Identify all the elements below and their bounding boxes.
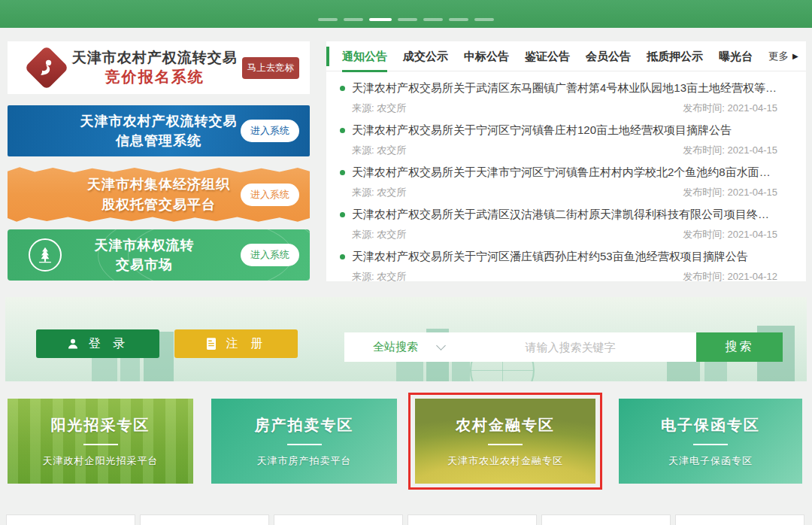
announcement-meta: 来源: 农交所 发布时间: 2021-04-12 [352,270,777,284]
bullet-dot-icon [340,170,345,175]
list-item: 天津农村产权交易所关于武清区东马圈镇广善村第4号林业队园地13亩土地经营权等4个… [340,81,777,115]
enter-info-system-button[interactable]: 进入系统 [241,120,299,142]
list-item[interactable] [274,514,403,525]
list-item: 天津农村产权交易所关于宁河区宁河镇鲁庄村120亩土地经营权项目摘牌公告 来源: … [340,123,777,157]
list-item[interactable] [541,514,671,525]
bidding-subtitle: 竞价报名系统 [68,68,242,86]
login-button[interactable]: 登 录 [36,329,159,358]
announcement-list: 天津农村产权交易所关于武清区东马圈镇广善村第4号林业队园地13亩土地经营权等4个… [326,71,806,284]
zone-card-sunshine-procurement[interactable]: 阳光招采专区 天津政村企阳光招采平台 [8,399,193,484]
carousel-banner[interactable] [0,0,812,28]
bullet-dot-icon [340,128,345,133]
register-button[interactable]: 注 册 [174,329,298,358]
announcement-link[interactable]: 天津农村产权交易所关于武清区汉沽港镇二街村原天津凯得利科技有限公司项目终结公告 [340,208,777,222]
zone-card-property-auction[interactable]: 房产拍卖专区 天津市房产拍卖平台 [211,399,397,484]
announcement-meta: 来源: 农交所 发布时间: 2021-04-15 [352,228,777,241]
divider [488,444,523,445]
search-hero-banner: 登 录 注 册 全站搜索 搜索 [5,297,807,381]
tab-member[interactable]: 会员公告 [586,41,631,71]
carousel-dash[interactable] [423,18,443,21]
search-scope-select[interactable]: 全站搜索 [344,340,444,354]
list-item[interactable] [6,514,135,525]
list-item[interactable] [140,514,269,525]
tab-certification[interactable]: 鉴证公告 [525,41,570,71]
tab-deal-publicity[interactable]: 成交公示 [403,41,448,71]
search-bar: 全站搜索 搜索 [344,332,783,362]
search-button[interactable]: 搜索 [696,332,783,362]
carousel-dash[interactable] [449,18,468,21]
list-item: 天津农村产权交易所关于武清区汉沽港镇二街村原天津凯得利科技有限公司项目终结公告 … [340,208,777,241]
announcement-meta: 来源: 农交所 发布时间: 2021-04-15 [352,144,777,157]
bidding-system-panel: 天津市农村产权流转交易 竞价报名系统 马上去竞标 [8,41,310,94]
bidding-system-title: 天津市农村产权流转交易 竞价报名系统 [68,49,242,87]
divider [693,444,728,445]
user-icon [66,337,80,351]
announcement-meta: 来源: 农交所 发布时间: 2021-04-15 [352,102,777,115]
carousel-dash[interactable] [344,18,363,21]
list-item: 天津农村产权交易所关于宁河区潘庄镇西孙庄村约53亩鱼池经营权项目摘牌公告 来源:… [340,250,777,284]
divider [83,444,118,445]
tab-exposure[interactable]: 曝光台 [719,41,753,71]
zone-card-electronic-guarantee[interactable]: 电子保函专区 天津电子保函专区 [619,399,802,484]
bullet-dot-icon [340,212,345,217]
equity-custody-banner[interactable]: 天津市村集体经济组织 股权托管交易平台 进入系统 [8,165,310,223]
carousel-dash[interactable] [474,18,494,21]
announcement-link[interactable]: 天津农村产权交易所关于宁河区潘庄镇西孙庄村约53亩鱼池经营权项目摘牌公告 [340,250,777,264]
announcement-link[interactable]: 天津农村产权交易所关于天津市宁河区宁河镇鲁庄村村内学校北2个鱼池约8亩水面经营.… [340,165,777,180]
list-item: 天津农村产权交易所关于天津市宁河区宁河镇鲁庄村村内学校北2个鱼池约8亩水面经营.… [340,165,777,199]
carousel-indicators [318,18,494,21]
tab-pledge-publicity[interactable]: 抵质押公示 [647,41,703,71]
go-bid-button[interactable]: 马上去竞标 [242,57,300,79]
list-item[interactable] [408,514,537,525]
announcement-link[interactable]: 天津农村产权交易所关于宁河区宁河镇鲁庄村120亩土地经营权项目摘牌公告 [340,123,777,138]
carousel-dash-active[interactable] [369,18,392,21]
tab-notice[interactable]: 通知公告 [342,41,387,71]
bullet-dot-icon [340,86,345,91]
tab-winning-bid[interactable]: 中标公告 [464,41,509,71]
pine-tree-icon [29,238,62,272]
carousel-dash[interactable] [398,18,417,21]
divider [287,444,322,445]
more-link[interactable]: 更多 ▶ [768,50,798,63]
info-management-banner[interactable]: 天津市农村产权流转交易 信息管理系统 进入系统 [8,105,310,156]
more-arrow-icon: ▶ [792,52,798,60]
logo-diamond-icon [26,47,68,89]
homepage: 天津市农村产权流转交易 竞价报名系统 马上去竞标 天津市农村产权流转交易 信息管… [0,0,812,525]
list-item[interactable] [675,514,804,525]
announcement-link[interactable]: 天津农村产权交易所关于武清区东马圈镇广善村第4号林业队园地13亩土地经营权等4个… [340,81,777,96]
announcement-panel: 通知公告 成交公示 中标公告 鉴证公告 会员公告 抵质押公示 曝光台 更多 ▶ … [326,41,806,281]
register-card-icon [205,337,217,351]
forest-rights-banner[interactable]: 天津市林权流转 交易市场 进入系统 [8,229,310,281]
site-title: 天津市农村产权流转交易 [68,49,242,67]
announcement-meta: 来源: 农交所 发布时间: 2021-04-15 [352,186,777,199]
bullet-dot-icon [340,254,345,259]
equity-custody-title: 天津市村集体经济组织 股权托管交易平台 [87,174,230,214]
carousel-dash[interactable] [318,18,338,21]
announcement-tabs: 通知公告 成交公示 中标公告 鉴证公告 会员公告 抵质押公示 曝光台 更多 ▶ [326,41,806,71]
search-input[interactable] [444,341,696,354]
zone-card-rural-finance[interactable]: 农村金融专区 天津市农业农村金融专区 [415,399,595,484]
info-management-title: 天津市农村产权流转交易 信息管理系统 [80,111,238,150]
enter-equity-system-button[interactable]: 进入系统 [241,184,299,206]
enter-forest-system-button[interactable]: 进入系统 [241,244,299,266]
tab-accent-bar [326,47,329,66]
